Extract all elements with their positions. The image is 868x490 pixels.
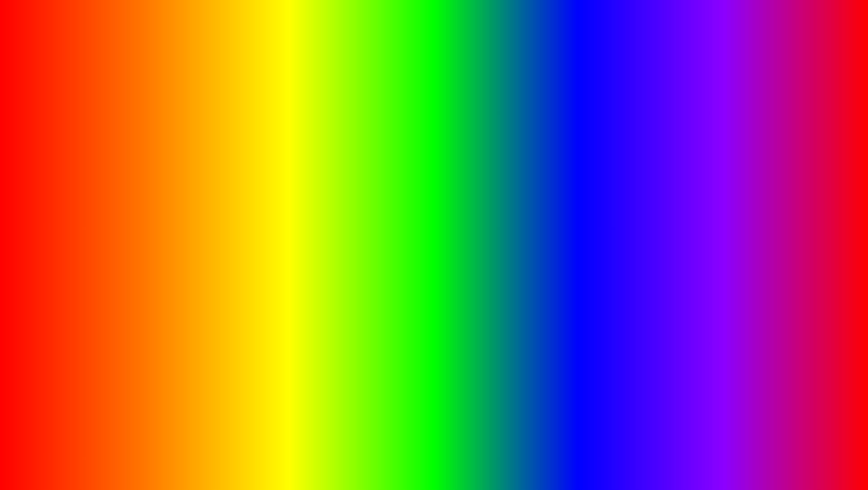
- bg-checkbox-6[interactable]: [499, 254, 506, 261]
- eps-raid-icon: ⚔️: [249, 262, 256, 269]
- auto-superhuman-checkbox[interactable]: [450, 292, 458, 300]
- sidebar-label-players: Players: [260, 228, 281, 236]
- bg-checkbox-5[interactable]: [499, 216, 506, 223]
- update-label: UPDATE: [129, 432, 320, 481]
- logo-bottom-right: 💀 BL🔵X FRUITS: [742, 378, 832, 468]
- method-value: Level [Quest]: [321, 218, 355, 225]
- title-fruits: FRUITS: [408, 13, 719, 117]
- title-area: BLOX FRUITS: [0, 9, 868, 121]
- sidebar-label-setting: Setting: [260, 295, 280, 302]
- method-dropdown-arrow: ▲: [447, 219, 453, 225]
- sidebar-item-devilfruit[interactable]: 🍎 DevilFruit: [244, 241, 311, 257]
- sidebar-item-players[interactable]: 👤 Players: [244, 224, 311, 241]
- title-blox: BLOX: [149, 13, 390, 117]
- weapon-dropdown-arrow: ▼: [447, 192, 453, 198]
- auto-farm-row: Auto Farm: [316, 254, 458, 266]
- title-gap: [390, 13, 408, 117]
- bottom-text-area: UPDATE 20 SCRIPT PASTEBIN: [0, 432, 868, 481]
- auto-superhuman-label: Auto Superhuman: [316, 293, 363, 300]
- method-label: Method: [316, 206, 458, 212]
- buy-item-icon: 🛒: [249, 278, 256, 285]
- script-label: SCRIPT: [393, 436, 536, 477]
- sidebar-item-setting[interactable]: ⚙️ Setting: [244, 290, 311, 307]
- divider-1: [316, 233, 458, 234]
- promo-text: FREE NO KEY!!: [240, 134, 387, 213]
- auto-farm-checkbox[interactable]: [450, 256, 458, 264]
- sidebar-label-devilfruit: DevilFruit: [260, 245, 286, 252]
- twenty-label: 20: [329, 432, 384, 481]
- bg-checkbox-3[interactable]: [499, 183, 506, 190]
- logo-fruits-text: FRUITS: [764, 436, 810, 448]
- devilfruit-icon: 🍎: [249, 245, 256, 252]
- auto-farm-label: Auto Farm: [316, 257, 343, 263]
- refresh-weapon-btn[interactable]: Refresh Weapon: [316, 237, 458, 251]
- bg-checkbox-1[interactable]: [499, 149, 506, 156]
- method-dropdown[interactable]: Level [Quest] ▲: [316, 215, 458, 229]
- bg-panel-subtitle: EPS-Raid: [479, 130, 506, 137]
- redeem-btn[interactable]: Redeem Exp Code: [316, 274, 458, 288]
- user-avatar: 🐉: [249, 311, 262, 324]
- logo-blox-text: BL🔵X: [761, 419, 814, 436]
- logo-skull-icon: 💀: [773, 397, 801, 419]
- sidebar-label-buy-item: Buy Item: [260, 278, 285, 285]
- players-icon: 👤: [249, 228, 256, 236]
- logo-container: 💀 BL🔵X FRUITS: [742, 378, 832, 468]
- setting-icon: ⚙️: [249, 295, 256, 302]
- sidebar-item-eps-raid[interactable]: ⚔️ EPS-Raid: [244, 257, 311, 274]
- sidebar-item-buy-item[interactable]: 🛒 Buy Item: [244, 274, 311, 290]
- auto-superhuman-row: Auto Superhuman: [316, 290, 458, 303]
- pastebin-label: PASTEBIN: [545, 436, 739, 477]
- bg-checkbox-2[interactable]: [499, 166, 506, 173]
- sidebar-label-eps-raid: EPS-Raid: [260, 262, 287, 269]
- char-hair: [121, 144, 184, 225]
- panel-footer: 🐉 Sky #3908: [244, 307, 462, 327]
- username: Sky #3908: [265, 314, 293, 321]
- character: [67, 144, 238, 436]
- bg-checkbox-4[interactable]: [499, 199, 506, 206]
- divider-2: [316, 270, 458, 270]
- bg-dropdown-arrow: ▼: [496, 235, 501, 242]
